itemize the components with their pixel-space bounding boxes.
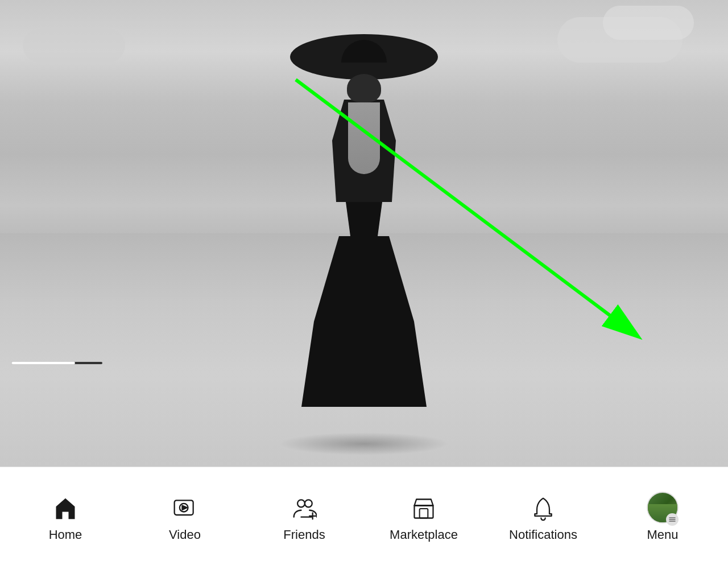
- nav-item-menu[interactable]: Menu: [603, 489, 722, 548]
- head: [347, 74, 381, 102]
- svg-rect-9: [415, 505, 433, 518]
- nav-label-notifications: Notifications: [509, 527, 577, 542]
- video-icon: [171, 494, 199, 523]
- upper-body: [324, 100, 404, 202]
- avatar-wrapper: [647, 492, 679, 526]
- marketplace-icon: [410, 494, 438, 523]
- dress-lower: [301, 236, 427, 407]
- menu-badge: [666, 513, 679, 526]
- cloud-2: [603, 6, 694, 40]
- svg-point-5: [297, 500, 305, 507]
- bottom-nav-bar: Home Video: [0, 467, 728, 569]
- nav-label-video: Video: [169, 527, 201, 542]
- menu-avatar-icon: [648, 494, 677, 523]
- cloud-3: [23, 28, 125, 63]
- home-icon: [51, 494, 80, 523]
- nav-item-friends[interactable]: Friends: [245, 489, 364, 548]
- bell-icon: [529, 494, 557, 523]
- progress-bar: [11, 362, 102, 364]
- svg-marker-4: [182, 505, 187, 509]
- nav-label-menu: Menu: [647, 527, 678, 542]
- svg-point-6: [305, 500, 312, 507]
- figure-silhouette: [279, 34, 449, 467]
- nav-item-home[interactable]: Home: [6, 489, 125, 548]
- nav-item-notifications[interactable]: Notifications: [483, 489, 603, 548]
- nav-label-friends: Friends: [283, 527, 325, 542]
- nav-label-home: Home: [49, 527, 82, 542]
- nav-item-marketplace[interactable]: Marketplace: [364, 489, 483, 548]
- friends-icon: [290, 494, 318, 523]
- progress-fill: [11, 362, 75, 364]
- svg-rect-10: [420, 509, 428, 518]
- nav-label-marketplace: Marketplace: [390, 527, 458, 542]
- nav-item-video[interactable]: Video: [125, 489, 245, 548]
- hat: [290, 34, 438, 80]
- progress-bar-container: [0, 362, 728, 364]
- waist: [341, 202, 387, 236]
- main-content-image: [0, 0, 728, 467]
